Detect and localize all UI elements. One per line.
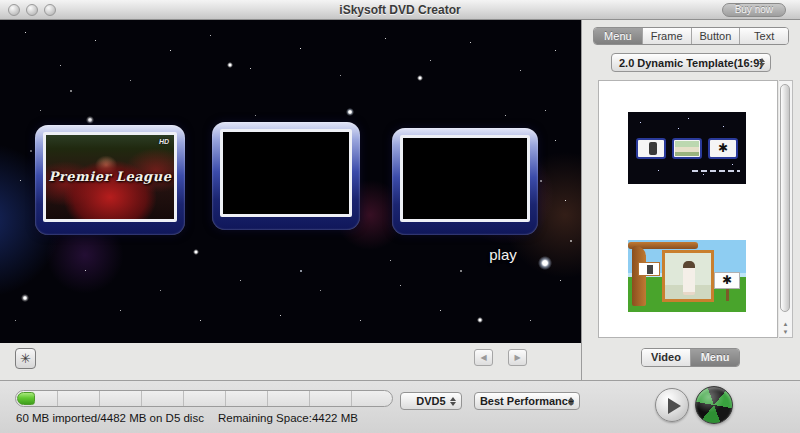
menu-preview-canvas: HD Premier League play: [0, 20, 581, 343]
menu-thumbnail-2[interactable]: [212, 122, 360, 230]
template-sidebar: Menu Frame Button Text 2.0 Dynamic Templ…: [581, 20, 800, 380]
quality-value: Best Performance: [480, 395, 574, 407]
disc-type-value: DVD5: [416, 395, 445, 407]
progress-fill: [17, 392, 35, 405]
disc-usage-text: 60 MB imported/4482 MB on D5 discRemaini…: [16, 412, 358, 424]
template-item-space[interactable]: ✱: [628, 112, 746, 184]
arrow-right-icon: ▶: [514, 353, 520, 362]
tab-menu[interactable]: Menu: [594, 28, 643, 44]
preview-toolbelt: ✳ ◀ ▶: [0, 343, 581, 380]
template-category-value: 2.0 Dynamic Template(16:9): [619, 57, 763, 69]
quality-dropdown[interactable]: Best Performance: [474, 392, 580, 410]
sign-post: [726, 289, 729, 301]
template-list: ✱ ✱: [598, 80, 778, 338]
dancer-figure: [649, 142, 657, 155]
asterisk-icon: ✱: [718, 141, 728, 155]
disc-type-dropdown[interactable]: DVD5: [400, 392, 462, 410]
tree-small-frame: [638, 262, 660, 276]
tab-button[interactable]: Button: [692, 28, 741, 44]
person-figure: [683, 261, 695, 295]
menu-thumbnail-3-screen: [400, 135, 530, 222]
scrollbar-thumb[interactable]: [780, 84, 790, 312]
clip-title: Premier League: [46, 169, 174, 184]
settings-button[interactable]: ✳: [15, 348, 36, 369]
template-category-dropdown[interactable]: 2.0 Dynamic Template(16:9): [611, 53, 771, 72]
toggle-menu[interactable]: Menu: [690, 349, 739, 366]
menu-thumbnail-1[interactable]: HD Premier League: [35, 125, 185, 235]
mini-frame-1: [636, 138, 666, 159]
menu-thumbnail-2-screen: [220, 129, 352, 217]
tree-sign-frame: ✱: [714, 272, 740, 289]
small-figure: [647, 265, 653, 274]
buy-now-button[interactable]: Buy now: [722, 3, 786, 17]
mini-photo: [675, 141, 699, 156]
template-scrollbar[interactable]: ▲ ▼: [779, 80, 793, 338]
imported-text: 60 MB imported/4482 MB on D5 disc: [16, 412, 204, 424]
preview-play-button[interactable]: [655, 388, 689, 422]
starfield-decoration: [0, 20, 2, 22]
tree-main-frame: [662, 250, 714, 302]
mini-starfield: [628, 112, 629, 113]
tab-text[interactable]: Text: [740, 28, 788, 44]
title-bar: iSkysoft DVD Creator Buy now: [0, 0, 800, 20]
hd-badge: HD: [159, 138, 169, 145]
menu-thumbnail-1-screen: HD Premier League: [43, 132, 177, 222]
tab-frame[interactable]: Frame: [643, 28, 692, 44]
window-title: iSkysoft DVD Creator: [0, 3, 800, 17]
burn-button[interactable]: [695, 386, 733, 424]
scroll-up-icon[interactable]: ▲: [779, 320, 792, 328]
dropdown-stepper-icon: [565, 395, 576, 408]
prev-page-button[interactable]: ◀: [474, 349, 493, 366]
menu-thumbnail-3[interactable]: [392, 128, 538, 235]
next-page-button[interactable]: ▶: [508, 349, 527, 366]
scroll-down-icon[interactable]: ▼: [779, 328, 792, 336]
mini-caption-decoration: [692, 170, 740, 172]
gear-icon: ✳: [20, 351, 31, 366]
asterisk-icon: ✱: [722, 273, 732, 287]
mini-frame-3: ✱: [708, 138, 738, 159]
arrow-left-icon: ◀: [480, 353, 486, 362]
video-menu-toggle: Video Menu: [641, 348, 740, 367]
dropdown-stepper-icon: [447, 395, 458, 408]
remaining-text: Remaining Space:4422 MB: [218, 412, 358, 424]
play-icon: [668, 398, 681, 414]
toggle-video[interactable]: Video: [642, 349, 690, 366]
progress-bar: [15, 390, 393, 407]
progress-ticks: [16, 391, 392, 406]
tree-trunk: [632, 246, 646, 306]
dropdown-stepper-icon: [756, 56, 767, 69]
status-bar: 60 MB imported/4482 MB on D5 discRemaini…: [0, 380, 800, 433]
template-item-cartoon-tree[interactable]: ✱: [628, 240, 746, 312]
sidebar-tabs: Menu Frame Button Text: [593, 27, 789, 45]
play-menu-text[interactable]: play: [478, 246, 528, 263]
mini-frame-2: [672, 138, 702, 159]
app-window: iSkysoft DVD Creator Buy now HD Premier …: [0, 0, 800, 433]
